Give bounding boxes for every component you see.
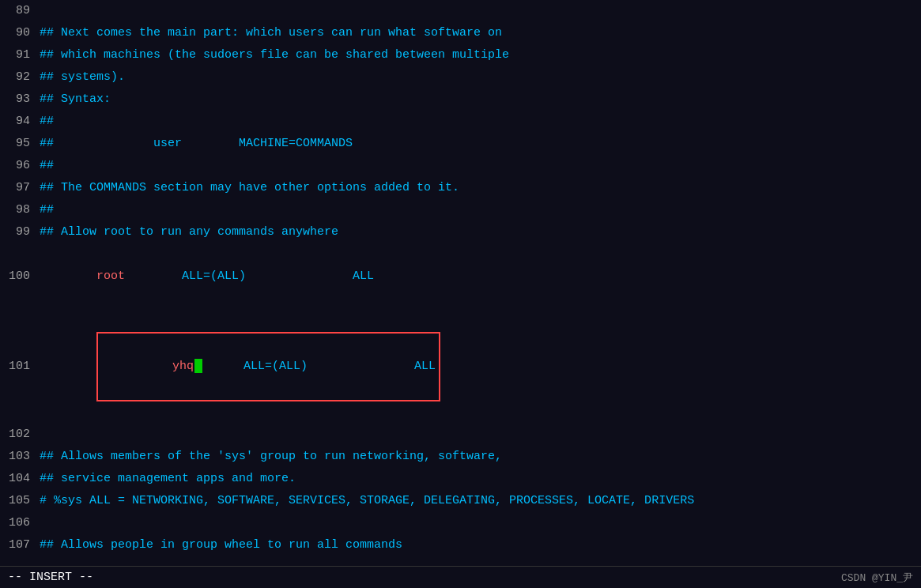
code-line-92: 92 ## systems). xyxy=(0,66,921,89)
code-line-106: 106 xyxy=(0,512,921,534)
line-content-94: ## xyxy=(40,111,921,133)
code-line-98: 98 ## xyxy=(0,199,921,221)
line-number-94: 94 xyxy=(0,111,40,133)
line-content-93: ## Syntax: xyxy=(40,89,921,111)
code-line-105: 105 # %sys ALL = NETWORKING, SOFTWARE, S… xyxy=(0,490,921,512)
line-content-100: root ALL=(ALL) ALL xyxy=(40,243,921,310)
line-number-91: 91 xyxy=(0,44,40,66)
code-line-95: 95 ## user MACHINE=COMMANDS xyxy=(0,133,921,155)
editor-container: 89 90 ## Next comes the main part: which… xyxy=(0,0,921,588)
line-number-92: 92 xyxy=(0,66,40,89)
line-number-100: 100 xyxy=(0,266,40,288)
line-content-97: ## The COMMANDS section may have other o… xyxy=(40,177,921,199)
line-number-105: 105 xyxy=(0,490,40,512)
status-bar: -- INSERT -- CSDN @YIN_尹 xyxy=(0,566,921,588)
line-content-107: ## Allows people in group wheel to run a… xyxy=(40,534,921,556)
code-area: 89 90 ## Next comes the main part: which… xyxy=(0,0,921,588)
code-line-103: 103 ## Allows members of the 'sys' group… xyxy=(0,446,921,468)
line-content-104: ## service management apps and more. xyxy=(40,468,921,490)
code-line-96: 96 ## xyxy=(0,155,921,177)
line-number-97: 97 xyxy=(0,177,40,199)
code-line-89: 89 xyxy=(0,0,921,22)
yhq-username: yhq xyxy=(172,360,194,373)
code-line-90: 90 ## Next comes the main part: which us… xyxy=(0,22,921,44)
branding-label: CSDN @YIN_尹 xyxy=(841,571,913,585)
line-content-98: ## xyxy=(40,199,921,221)
line-content-95: ## user MACHINE=COMMANDS xyxy=(40,133,921,155)
line-number-93: 93 xyxy=(0,89,40,111)
line-content-96: ## xyxy=(40,155,921,177)
line-number-96: 96 xyxy=(0,155,40,177)
line-number-89: 89 xyxy=(0,0,40,22)
line-number-95: 95 xyxy=(0,133,40,155)
cursor xyxy=(194,359,202,373)
highlighted-entry-box: yhq ALL=(ALL) ALL xyxy=(96,332,440,401)
code-line-91: 91 ## which machines (the sudoers file c… xyxy=(0,44,921,66)
line-number-106: 106 xyxy=(0,512,40,534)
code-line-93: 93 ## Syntax: xyxy=(0,89,921,111)
line-content-101: yhq ALL=(ALL) ALL xyxy=(40,310,921,424)
code-line-99: 99 ## Allow root to run any commands any… xyxy=(0,221,921,243)
line-number-104: 104 xyxy=(0,468,40,490)
root-line-rest: ALL=(ALL) ALL xyxy=(125,270,374,283)
line-content-92: ## systems). xyxy=(40,66,921,89)
line-content-99: ## Allow root to run any commands anywhe… xyxy=(40,221,921,243)
code-line-97: 97 ## The COMMANDS section may have othe… xyxy=(0,177,921,199)
line-content-103: ## Allows members of the 'sys' group to … xyxy=(40,446,921,468)
line-number-98: 98 xyxy=(0,199,40,221)
root-keyword: root xyxy=(96,270,125,283)
yhq-line-rest: ALL=(ALL) ALL xyxy=(202,360,436,373)
line-content-105: # %sys ALL = NETWORKING, SOFTWARE, SERVI… xyxy=(40,490,921,512)
line-number-102: 102 xyxy=(0,424,40,446)
line-number-103: 103 xyxy=(0,446,40,468)
line-content-91: ## which machines (the sudoers file can … xyxy=(40,44,921,66)
code-line-107: 107 ## Allows people in group wheel to r… xyxy=(0,534,921,556)
code-line-102: 102 xyxy=(0,424,921,446)
code-line-104: 104 ## service management apps and more. xyxy=(0,468,921,490)
code-line-100: 100 root ALL=(ALL) ALL xyxy=(0,243,921,310)
line-number-99: 99 xyxy=(0,221,40,243)
code-line-101: 101 yhq ALL=(ALL) ALL xyxy=(0,310,921,424)
code-line-94: 94 ## xyxy=(0,111,921,133)
line-number-101: 101 xyxy=(0,356,40,378)
line-content-90: ## Next comes the main part: which users… xyxy=(40,22,921,44)
line-number-107: 107 xyxy=(0,534,40,556)
line-number-90: 90 xyxy=(0,22,40,44)
insert-mode-label: -- INSERT -- xyxy=(8,571,93,584)
